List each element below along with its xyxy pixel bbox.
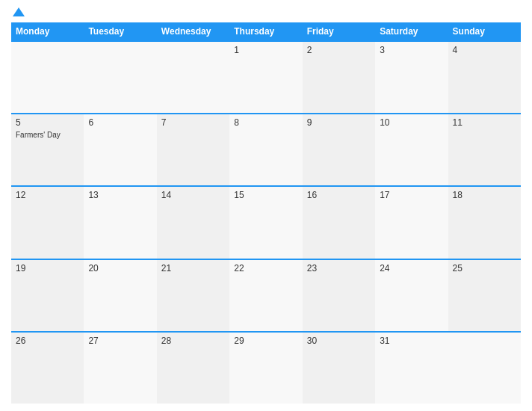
week-row-4: 262728293031 [11,331,521,404]
day-number: 19 [16,263,79,274]
week-row-2: 12131415161718 [11,185,521,258]
day-cell [157,42,229,113]
day-number: 12 [16,190,79,200]
day-cell: 4 [448,42,521,113]
day-number: 23 [307,263,371,274]
day-cell: 18 [448,187,521,258]
day-number: 20 [88,263,152,274]
day-cell: 19 [11,260,84,331]
day-cell: 24 [375,260,448,331]
day-number: 5 [16,117,79,128]
day-number: 8 [234,117,297,128]
calendar-grid: 12345Farmers' Day67891011121314151617181… [11,40,521,404]
day-cell: 27 [84,333,156,404]
day-cell: 3 [375,42,448,113]
day-cell [11,42,84,113]
day-cell [448,333,521,404]
day-number: 3 [380,45,443,55]
day-cell: 21 [157,260,229,331]
day-cell: 17 [375,187,448,258]
day-number: 26 [16,336,79,346]
day-number: 2 [307,45,371,55]
day-headers-row: MondayTuesdayWednesdayThursdayFridaySatu… [11,22,521,40]
day-number: 6 [88,117,152,128]
day-cell: 14 [157,187,229,258]
day-cell: 2 [303,42,375,113]
day-cell: 16 [303,187,375,258]
week-row-1: 5Farmers' Day67891011 [11,113,521,185]
day-number: 13 [88,190,152,200]
day-cell: 22 [229,260,302,331]
day-number: 29 [234,336,297,346]
day-cell: 6 [84,114,156,185]
day-cell: 23 [303,260,375,331]
day-number: 15 [234,190,297,200]
day-header-thursday: Thursday [229,22,302,40]
day-number: 30 [307,336,371,346]
day-cell: 7 [157,114,229,185]
day-number: 11 [453,117,516,128]
day-header-tuesday: Tuesday [84,22,156,40]
day-cell: 28 [157,333,229,404]
day-cell: 12 [11,187,84,258]
day-number: 27 [88,336,152,346]
day-number: 18 [453,190,516,200]
day-cell: 10 [375,114,448,185]
day-header-saturday: Saturday [375,22,448,40]
day-number: 17 [380,190,443,200]
day-cell [84,42,156,113]
day-cell: 8 [229,114,302,185]
day-cell: 26 [11,333,84,404]
day-number: 31 [380,336,443,346]
day-header-sunday: Sunday [448,22,521,40]
day-cell: 30 [303,333,375,404]
day-number: 16 [307,190,371,200]
day-cell: 1 [229,42,302,113]
calendar-header [11,7,521,16]
day-number: 1 [234,45,297,55]
day-number: 22 [234,263,297,274]
day-cell: 29 [229,333,302,404]
day-cell: 15 [229,187,302,258]
logo [11,7,26,16]
day-header-friday: Friday [303,22,375,40]
day-number: 14 [161,190,225,200]
day-number: 9 [307,117,371,128]
event-label: Farmers' Day [16,131,79,139]
day-number: 10 [380,117,443,128]
day-number: 4 [453,45,516,55]
day-cell: 13 [84,187,156,258]
day-number: 25 [453,263,516,274]
day-number: 24 [380,263,443,274]
day-header-monday: Monday [11,22,84,40]
day-cell: 20 [84,260,156,331]
day-number: 28 [161,336,225,346]
week-row-0: 1234 [11,40,521,113]
day-cell: 11 [448,114,521,185]
day-cell: 5Farmers' Day [11,114,84,185]
day-cell: 9 [303,114,375,185]
day-cell: 31 [375,333,448,404]
day-number: 21 [161,263,225,274]
day-number: 7 [161,117,225,128]
logo-triangle-icon [13,7,25,16]
week-row-3: 19202122232425 [11,259,521,331]
calendar-container: MondayTuesdayWednesdayThursdayFridaySatu… [0,0,532,411]
day-header-wednesday: Wednesday [157,22,229,40]
day-cell: 25 [448,260,521,331]
